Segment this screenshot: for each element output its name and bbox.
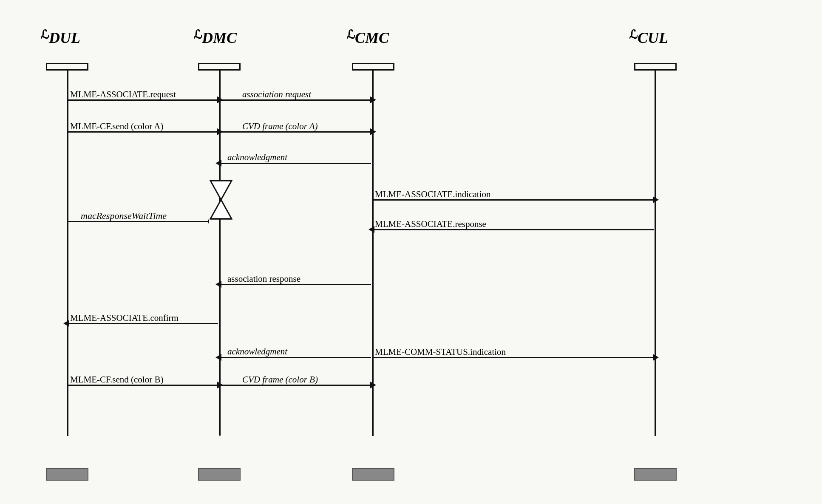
lifeline-CUL <box>655 71 656 436</box>
arrow-ack2 <box>221 357 371 358</box>
lifeline-DMC-bottom <box>219 295 221 436</box>
lifeline-DUL <box>67 71 68 436</box>
label-mlme-assoc-ind: MLME-ASSOCIATE.indication <box>375 189 490 200</box>
label-mlme-assoc-req: MLME-ASSOCIATE.request <box>70 89 176 100</box>
label-assoc-resp: association response <box>227 274 300 284</box>
entity-head-DMC <box>198 63 241 71</box>
label-mlme-comm-status: MLME-COMM-STATUS.indication <box>375 347 506 357</box>
label-mlme-cf-b: MLME-CF.send (color B) <box>70 374 163 385</box>
lifeline-CMC <box>372 71 374 436</box>
hourglass-symbol <box>208 178 234 221</box>
svg-marker-0 <box>210 181 232 219</box>
label-mlme-assoc-confirm: MLME-ASSOCIATE.confirm <box>70 313 179 323</box>
entity-label-CUL: ℒCUL <box>629 29 668 47</box>
arrow-ack1 <box>221 163 371 164</box>
terminal-DMC <box>198 468 241 481</box>
entity-label-CMC: ℒCMC <box>346 29 389 47</box>
label-mac-response-wait: macResponseWaitTime <box>81 210 167 221</box>
terminal-CMC <box>352 468 394 481</box>
arrowhead-wait <box>208 218 209 225</box>
label-assoc-req: association request <box>242 89 311 100</box>
terminal-CUL <box>634 468 677 481</box>
label-cvd-a: CVD frame (color A) <box>242 121 318 132</box>
label-mlme-cf-a: MLME-CF.send (color A) <box>70 121 163 132</box>
label-mlme-assoc-resp: MLME-ASSOCIATE.response <box>375 219 486 229</box>
entity-label-DUL: ℒDUL <box>40 29 80 47</box>
sequence-diagram: ℒDUL ℒDMC ℒCMC ℒCUL MLME-ASSOCIATE.reque… <box>0 0 822 504</box>
terminal-DUL <box>46 468 88 481</box>
label-ack1: acknowledgment <box>227 152 287 163</box>
label-cvd-b: CVD frame (color B) <box>242 374 318 385</box>
entity-head-DUL <box>46 63 88 71</box>
entity-head-CUL <box>634 63 677 71</box>
entity-head-CMC <box>352 63 394 71</box>
arrow-wait-bottom <box>68 221 209 222</box>
label-ack2: acknowledgment <box>227 346 287 357</box>
entity-label-DMC: ℒDMC <box>193 29 237 47</box>
